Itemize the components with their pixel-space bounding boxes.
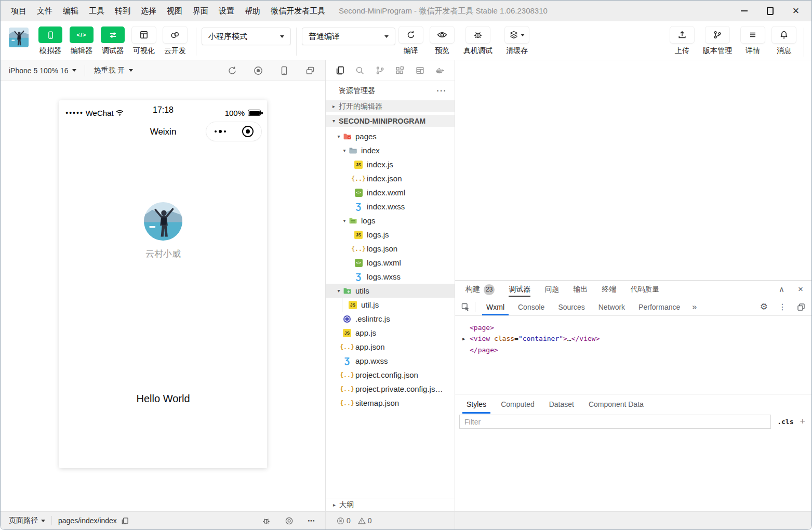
menu-item-3[interactable]: 编辑: [58, 4, 84, 18]
inspect-element-icon[interactable]: [461, 303, 470, 311]
files-icon[interactable]: [336, 66, 344, 75]
code-line[interactable]: </page>: [462, 344, 811, 355]
panel-tab-问题[interactable]: 问题: [544, 281, 559, 298]
device-select[interactable]: iPhone 5 100% 16: [9, 67, 76, 75]
panel-tab-代码质量[interactable]: 代码质量: [630, 281, 659, 298]
tree-item-index.wxml[interactable]: <>index.wxml: [326, 186, 455, 200]
menu-item-7[interactable]: 视图: [162, 4, 188, 18]
multi-window-button[interactable]: [305, 66, 315, 75]
tree-item-index.json[interactable]: {..}index.json: [326, 171, 455, 186]
more-menu-button[interactable]: [206, 130, 234, 133]
code-line[interactable]: <page>: [462, 322, 811, 333]
devtools-tab-network[interactable]: Network: [592, 298, 632, 315]
expand-arrow-icon[interactable]: ▶: [462, 334, 470, 344]
details-button[interactable]: 详情: [737, 27, 768, 57]
tree-item-logs.js[interactable]: JSlogs.js: [326, 228, 455, 242]
upload-button[interactable]: 上传: [667, 27, 698, 57]
styles-filter-input[interactable]: [459, 415, 771, 429]
tree-item-index[interactable]: ▾index: [326, 143, 455, 157]
menu-item-5[interactable]: 转到: [110, 4, 136, 18]
panel-tab-终端[interactable]: 终端: [602, 281, 616, 298]
chevron-down-icon[interactable]: ▾: [335, 134, 342, 139]
close-panel-button[interactable]: ×: [798, 284, 803, 295]
tree-item-project.config.json[interactable]: {..}project.config.json: [326, 368, 455, 382]
simulator-toggle-button[interactable]: 模拟器: [35, 27, 66, 56]
styles-tab-dataset[interactable]: Dataset: [542, 394, 581, 414]
outline-section[interactable]: ▸ 大纲: [326, 498, 455, 511]
wxml-code-view[interactable]: <page>▶<view class="container">…</view><…: [455, 316, 811, 394]
panel-tab-输出[interactable]: 输出: [573, 281, 588, 298]
styles-tab-component-data[interactable]: Component Data: [581, 394, 651, 414]
open-editors-section[interactable]: ▸ 打开的编辑器: [326, 100, 455, 112]
version-control-button[interactable]: 版本管理: [698, 27, 737, 57]
clear-cache-button[interactable]: 清缓存: [498, 27, 536, 56]
tree-item-logs.wxss[interactable]: Ʒlogs.wxss: [326, 270, 455, 284]
source-control-icon[interactable]: [376, 66, 384, 75]
user-avatar[interactable]: [9, 28, 29, 47]
undock-icon[interactable]: [797, 303, 805, 311]
tree-item-logs.json[interactable]: {..}logs.json: [326, 242, 455, 256]
devtools-tab-console[interactable]: Console: [511, 298, 551, 315]
vconsole-bug-icon[interactable]: [262, 516, 271, 525]
tree-item-app.wxss[interactable]: Ʒapp.wxss: [326, 354, 455, 368]
menu-item-11[interactable]: 微信开发者工具: [265, 4, 330, 18]
code-line[interactable]: ▶<view class="container">…</view>: [462, 333, 811, 344]
editor-toggle-button[interactable]: </> 编辑器: [66, 27, 97, 56]
statusbar-problems-segment[interactable]: 0 0: [325, 512, 455, 529]
tree-item-utils[interactable]: ▾utils: [326, 284, 455, 298]
project-section[interactable]: ▾ SECOND-MINIPROGRAM: [326, 115, 455, 127]
preview-eye-icon[interactable]: [285, 516, 294, 525]
exit-miniprogram-button[interactable]: [234, 126, 261, 137]
settings-gear-icon[interactable]: ⚙: [760, 301, 768, 312]
tabs-overflow-button[interactable]: »: [687, 302, 702, 312]
copy-path-icon[interactable]: [121, 517, 129, 525]
panel-layout-icon[interactable]: [416, 66, 424, 75]
cloud-dev-button[interactable]: 云开发: [159, 27, 191, 56]
chevron-down-icon[interactable]: ▾: [341, 218, 348, 223]
hot-reload-toggle[interactable]: 热重载 开: [94, 66, 133, 75]
menu-item-10[interactable]: 帮助: [239, 4, 265, 18]
menu-item-9[interactable]: 设置: [214, 4, 239, 18]
tree-item-app.js[interactable]: JSapp.js: [326, 326, 455, 340]
more-actions-icon[interactable]: ···: [437, 86, 447, 95]
menu-item-2[interactable]: 文件: [32, 4, 58, 18]
tree-item-logs[interactable]: ▾logs: [326, 214, 455, 228]
kebab-menu-icon[interactable]: ⋮: [778, 302, 787, 312]
minimize-button[interactable]: [739, 6, 749, 16]
menu-item-6[interactable]: 选择: [136, 4, 162, 18]
add-style-button[interactable]: +: [800, 416, 805, 427]
menu-item-8[interactable]: 界面: [188, 4, 214, 18]
maximize-button[interactable]: [765, 6, 775, 16]
extensions-icon[interactable]: [395, 66, 404, 75]
cls-button[interactable]: .cls: [777, 418, 793, 426]
close-button[interactable]: ×: [791, 6, 801, 16]
preview-button[interactable]: 预览: [427, 27, 458, 56]
messages-button[interactable]: 消息: [768, 27, 800, 57]
devtools-tab-performance[interactable]: Performance: [632, 298, 687, 315]
search-icon[interactable]: [355, 66, 364, 75]
chevron-down-icon[interactable]: ▾: [335, 288, 342, 294]
tree-item-pages[interactable]: ▾pages: [326, 129, 455, 143]
page-path-select[interactable]: 页面路径: [9, 516, 45, 525]
menu-item-1[interactable]: 项目: [6, 4, 32, 18]
profile-avatar[interactable]: [144, 202, 182, 241]
devtools-tab-wxml[interactable]: Wxml: [480, 298, 511, 315]
remote-debug-button[interactable]: 真机调试: [458, 27, 498, 56]
more-options-icon[interactable]: ⋯: [308, 516, 316, 525]
tree-item-project.private.config.js-[interactable]: {..}project.private.config.js…: [326, 382, 455, 396]
tree-item-.eslintrc.js[interactable]: .eslintrc.js: [326, 312, 455, 326]
tree-item-index.wxss[interactable]: Ʒindex.wxss: [326, 200, 455, 214]
compile-button[interactable]: 编译: [395, 27, 427, 56]
visualization-button[interactable]: 可视化: [128, 27, 159, 56]
tree-item-logs.wxml[interactable]: <>logs.wxml: [326, 256, 455, 270]
devtools-tab-sources[interactable]: Sources: [551, 298, 591, 315]
styles-tab-computed[interactable]: Computed: [494, 394, 542, 414]
chevron-down-icon[interactable]: ▾: [341, 148, 348, 153]
panel-tab-调试器[interactable]: 调试器: [509, 281, 530, 298]
tree-item-app.json[interactable]: {..}app.json: [326, 340, 455, 354]
stop-button[interactable]: [254, 66, 263, 75]
mode-select[interactable]: 小程序模式: [202, 28, 291, 45]
compile-mode-select[interactable]: 普通编译: [302, 28, 395, 45]
tree-item-index.js[interactable]: JSindex.js: [326, 157, 455, 171]
tree-item-sitemap.json[interactable]: {..}sitemap.json: [326, 396, 455, 410]
